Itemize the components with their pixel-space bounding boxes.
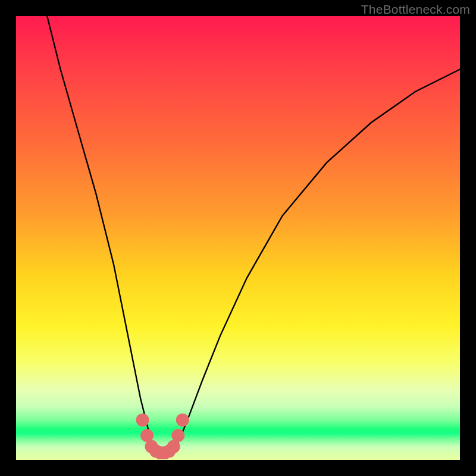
highlight-point: [171, 429, 184, 442]
chart-overlay: [16, 16, 460, 460]
chart-frame: TheBottleneck.com: [0, 0, 476, 476]
plot-area: [16, 16, 460, 460]
bottleneck-curve: [47, 16, 460, 453]
highlight-point: [136, 414, 149, 427]
highlight-points: [136, 414, 189, 459]
highlight-point: [176, 414, 189, 427]
watermark-text: TheBottleneck.com: [361, 2, 470, 17]
